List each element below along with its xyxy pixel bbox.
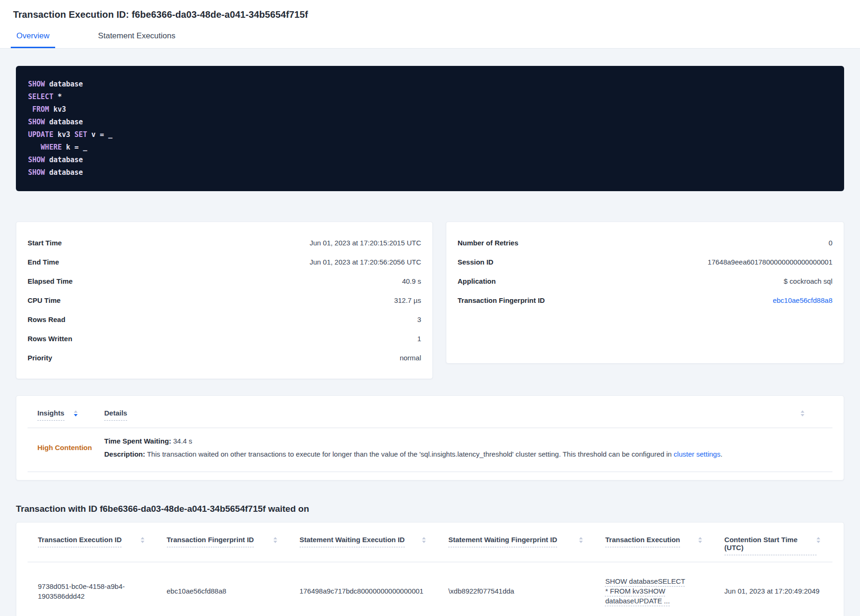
summary-row-elapsed-time: Elapsed Time 40.9 s (28, 272, 421, 291)
row-label: Priority (28, 354, 52, 362)
summary-row-rows-written: Rows Written 1 (28, 329, 421, 348)
sort-icon[interactable] (422, 537, 426, 543)
sort-icon[interactable] (698, 537, 702, 543)
sort-icon[interactable] (579, 537, 583, 543)
insights-header-label[interactable]: Insights (37, 409, 64, 421)
sort-desc-icon (698, 541, 702, 543)
sort-asc-icon (141, 537, 144, 539)
txn-execution-link[interactable]: SHOW databaseSELECT * FROM kv3SHOW datab… (605, 576, 689, 606)
summary-card-session: Number of Retries 0 Session ID 17648a9ee… (446, 222, 844, 364)
row-value: 17648a9eea6017800000000000000001 (708, 258, 832, 266)
row-value: 40.9 s (402, 277, 421, 285)
summary-row-end-time: End Time Jun 01, 2023 at 17:20:56:2056 U… (28, 252, 421, 272)
sort-desc-icon (74, 414, 78, 416)
page-title: Transaction Execution ID: f6be6366-da03-… (13, 9, 847, 20)
row-label: Rows Read (28, 315, 65, 323)
sort-desc-icon (817, 541, 820, 543)
row-label: Number of Retries (458, 239, 518, 247)
sort-desc-icon (801, 414, 804, 416)
waited-on-heading: Transaction with ID f6be6366-da03-48de-a… (16, 504, 844, 514)
summary-row-retries: Number of Retries 0 (458, 233, 832, 252)
row-value: 1 (417, 335, 421, 343)
row-value: 0 (829, 239, 832, 247)
sql-line: SELECT * (28, 91, 832, 103)
insight-type-badge: High Contention (28, 444, 104, 451)
transaction-fingerprint-link[interactable]: ebc10ae56cfd88a8 (773, 296, 832, 304)
row-label: CPU Time (28, 296, 61, 304)
sql-line: SHOW database (28, 116, 832, 129)
row-value: $ cockroach sql (784, 277, 832, 285)
waited-on-table-header: Transaction Execution ID Transaction Fin… (28, 532, 832, 562)
insight-description: Description: This transaction waited on … (104, 450, 832, 458)
page-header: Transaction Execution ID: f6be6366-da03-… (0, 0, 860, 49)
sort-icon[interactable] (801, 410, 804, 416)
column-header-label[interactable]: Statement Waiting Fingerprint ID (448, 536, 557, 547)
column-header-label[interactable]: Contention Start Time (UTC) (724, 536, 817, 555)
sql-line: FROM kv3 (28, 103, 832, 116)
sort-asc-icon (74, 410, 78, 413)
column-header-label[interactable]: Transaction Execution (605, 536, 680, 547)
stmt-waiting-fingerprint-id-cell: \xdb8922f077541dda (448, 586, 514, 596)
sort-asc-icon (579, 537, 583, 539)
cluster-settings-link[interactable]: cluster settings (674, 450, 720, 458)
row-label: Start Time (28, 239, 62, 247)
row-value: 3 (417, 315, 421, 323)
summary-row-priority: Priority normal (28, 348, 421, 367)
row-value: Jun 01, 2023 at 17:20:15:2015 UTC (309, 239, 421, 247)
insight-row: High Contention Time Spent Waiting: 34.4… (28, 428, 832, 472)
column-header-txn-exec-id: Transaction Execution ID (28, 536, 157, 547)
insights-column-header: Insights (28, 409, 104, 421)
summary-row-session-id: Session ID 17648a9eea6017800000000000000… (458, 252, 832, 272)
sort-asc-icon (817, 537, 820, 539)
sort-desc-icon (141, 541, 144, 543)
details-column-header: Details (104, 409, 801, 417)
sort-icon[interactable] (273, 537, 277, 543)
sort-asc-icon (698, 537, 702, 539)
sort-icon[interactable] (817, 537, 820, 543)
waited-on-table: Transaction Execution ID Transaction Fin… (16, 522, 844, 616)
summary-row-rows-read: Rows Read 3 (28, 310, 421, 329)
column-header-label[interactable]: Transaction Execution ID (38, 536, 122, 547)
sort-asc-icon (422, 537, 426, 539)
details-header-label[interactable]: Details (104, 409, 127, 421)
column-header-contention-start: Contention Start Time (UTC) (714, 536, 832, 555)
sort-desc-icon (579, 541, 583, 543)
summary-card-timing: Start Time Jun 01, 2023 at 17:20:15:2015… (16, 222, 433, 379)
tab-statement-executions[interactable]: Statement Executions (93, 31, 181, 48)
row-label: Transaction Fingerprint ID (458, 296, 545, 304)
insight-details: Time Spent Waiting: 34.4 s Description: … (104, 437, 832, 458)
sort-icon[interactable] (74, 410, 78, 416)
insights-card: Insights Details High Contention Time Sp… (16, 395, 844, 480)
sort-icon[interactable] (141, 537, 144, 543)
column-header-label[interactable]: Statement Waiting Execution ID (300, 536, 405, 547)
row-label: Rows Written (28, 335, 72, 343)
sql-line: SHOW database (28, 154, 832, 166)
sql-line: UPDATE kv3 SET v = _ (28, 129, 832, 141)
tab-overview[interactable]: Overview (11, 31, 55, 48)
page-content: SHOW database SELECT * FROM kv3 SHOW dat… (0, 66, 860, 616)
column-header-label[interactable]: Transaction Fingerprint ID (167, 536, 254, 547)
tab-bar: Overview Statement Executions (11, 31, 847, 48)
column-header-txn-fingerprint-id: Transaction Fingerprint ID (157, 536, 289, 547)
row-label: Elapsed Time (28, 277, 72, 285)
summary-row-txn-fingerprint: Transaction Fingerprint ID ebc10ae56cfd8… (458, 291, 832, 310)
column-header-stmt-waiting-exec-id: Statement Waiting Execution ID (289, 536, 438, 547)
txn-fingerprint-id-cell: ebc10ae56cfd88a8 (167, 586, 227, 596)
sql-line: SHOW database (28, 166, 832, 179)
summary-row-cpu-time: CPU Time 312.7 µs (28, 291, 421, 310)
summary-row-application: Application $ cockroach sql (458, 272, 832, 291)
stmt-waiting-exec-id-cell: 176498a9c717bdc80000000000000001 (300, 586, 423, 596)
waited-on-table-row: 9738d051-bc0e-4158-a9b4-1903586ddd42 ebc… (28, 562, 832, 616)
row-value: 312.7 µs (394, 296, 421, 304)
sort-asc-icon (273, 537, 277, 539)
column-header-stmt-waiting-fingerprint-id: Statement Waiting Fingerprint ID (438, 536, 595, 547)
sql-line: SHOW database (28, 78, 832, 91)
insights-table-header: Insights Details (28, 400, 832, 428)
summary-cards-row: Start Time Jun 01, 2023 at 17:20:15:2015… (16, 222, 844, 379)
row-label: End Time (28, 258, 59, 266)
row-value: normal (400, 354, 421, 362)
sql-statements-box: SHOW database SELECT * FROM kv3 SHOW dat… (16, 66, 844, 191)
row-value: Jun 01, 2023 at 17:20:56:2056 UTC (309, 258, 421, 266)
txn-exec-id-cell: 9738d051-bc0e-4158-a9b4-1903586ddd42 (38, 581, 136, 601)
sort-asc-icon (801, 410, 804, 413)
